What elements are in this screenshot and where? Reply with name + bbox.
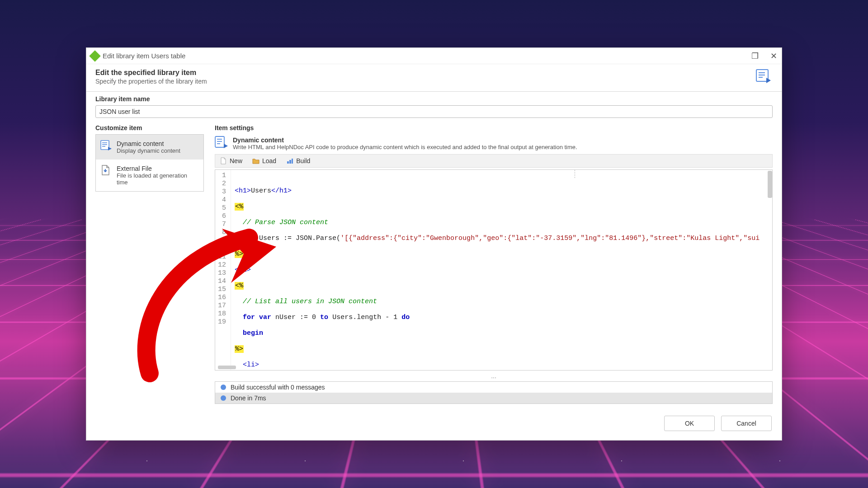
customize-item-heading: Customize item [95,122,204,134]
header-band: Edit the specified library item Specify … [86,64,782,92]
dc-title: Dynamic content [233,136,284,144]
window-title: Edit library item Users table [103,52,185,60]
dialog-footer: OK Cancel [86,410,782,440]
new-label: New [230,157,242,164]
document-play-icon [100,140,112,151]
load-label: Load [262,157,276,164]
build-button[interactable]: Build [283,155,314,166]
build-icon [286,157,293,164]
dc-desc: Write HTML and HelpNDoc API code to prod… [233,144,577,150]
file-download-icon [100,165,112,176]
new-file-icon [220,157,227,164]
svg-rect-8 [215,136,224,147]
svg-rect-12 [287,161,289,164]
dynamic-content-banner: Dynamic content Write HTML and HelpNDoc … [215,134,773,154]
editor-toolbar: New Load Build [215,154,773,168]
sidebar-item-external-file[interactable]: External File File is loaded at generati… [96,160,203,191]
svg-rect-4 [101,141,109,150]
cancel-button[interactable]: Cancel [721,416,772,431]
sidebar-item-title: External File [117,165,199,172]
vertical-scrollbar[interactable] [768,171,772,198]
sidebar-item-desc: File is loaded at generation time [117,172,199,186]
load-button[interactable]: Load [249,155,280,166]
header-title: Edit the specified library item [95,69,773,77]
restore-icon[interactable]: ❐ [751,51,759,61]
document-play-icon [215,136,228,149]
column-ruler [575,170,575,178]
header-subtitle: Specify the properties of the library it… [95,78,773,85]
titlebar: Edit library item Users table ❐ ✕ [86,48,782,64]
new-button[interactable]: New [216,155,246,166]
folder-open-icon [252,157,259,164]
sidebar-item-desc: Display dynamic content [117,147,180,154]
message-text: Done in 7ms [231,394,266,402]
svg-rect-13 [289,160,291,164]
library-item-name-input[interactable] [95,105,773,118]
ok-button[interactable]: OK [664,416,715,431]
name-label: Library item name [95,95,773,103]
dialog-window: Edit library item Users table ❐ ✕ Edit t… [86,47,782,441]
app-icon [89,50,100,61]
info-dot-icon [221,395,226,401]
annotation-arrow [123,224,312,387]
item-settings-heading: Item settings [215,122,773,134]
close-icon[interactable]: ✕ [770,51,777,61]
document-play-icon [755,69,772,83]
build-label: Build [296,157,310,164]
message-row: Done in 7ms [215,393,772,404]
customize-item-list: Dynamic content Display dynamic content … [95,134,204,192]
svg-rect-14 [292,159,293,164]
sidebar-item-dynamic-content[interactable]: Dynamic content Display dynamic content [96,135,203,160]
sidebar-item-title: Dynamic content [117,140,180,147]
